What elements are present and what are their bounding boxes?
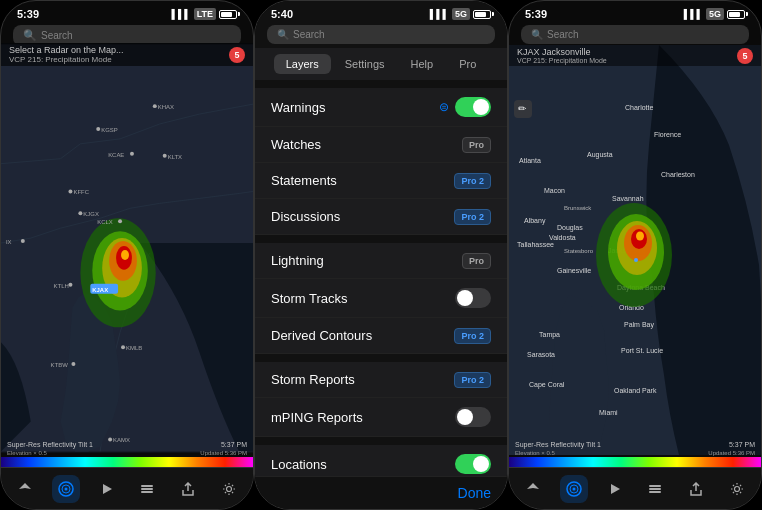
svg-point-15 (68, 189, 72, 193)
nav-layers-left[interactable] (133, 475, 161, 503)
settings-item-statements[interactable]: Statements Pro 2 (255, 163, 507, 199)
nav-gear-left[interactable] (215, 475, 243, 503)
right-radar-svg: Charlotte Florence Augusta Atlanta Charl… (509, 45, 761, 455)
svg-point-72 (636, 232, 644, 241)
lte-badge: LTE (194, 8, 216, 20)
locations-toggle[interactable] (455, 454, 491, 474)
right-vcp-label: VCP 215: Precipitation Mode (517, 57, 607, 64)
derived-contours-pro2-badge: Pro 2 (454, 328, 491, 344)
right-timestamp: 5:37 PM (729, 441, 755, 448)
svg-text:Oakland Park: Oakland Park (614, 387, 657, 394)
nav-play-left[interactable] (93, 475, 121, 503)
svg-rect-81 (649, 488, 661, 490)
svg-point-27 (121, 345, 125, 349)
nav-share-left[interactable] (174, 475, 202, 503)
svg-rect-39 (141, 491, 153, 493)
nav-layers-right[interactable] (641, 475, 669, 503)
left-status-bar: 5:39 ▌▌▌ LTE (1, 1, 253, 23)
left-phone: 5:39 ▌▌▌ LTE 🔍 Search Select a Radar on … (0, 0, 254, 510)
tab-help[interactable]: Help (399, 54, 446, 74)
settings-item-discussions[interactable]: Discussions Pro 2 (255, 199, 507, 235)
right-status-bar: 5:39 ▌▌▌ 5G (509, 1, 761, 23)
signal-icon: ▌▌▌ (172, 9, 191, 19)
settings-item-derived-contours[interactable]: Derived Contours Pro 2 (255, 318, 507, 354)
settings-item-storm-tracks[interactable]: Storm Tracks (255, 279, 507, 318)
right-map-header: KJAX Jacksonville VCP 215: Precipitation… (509, 45, 761, 66)
settings-scroll-area[interactable]: Warnings ⊜ Watches Pro Statements Pro 2 … (255, 80, 507, 476)
warnings-toggle[interactable] (455, 97, 491, 117)
svg-text:KHAX: KHAX (158, 104, 174, 110)
svg-text:KFFC: KFFC (73, 189, 89, 195)
svg-point-11 (130, 152, 134, 156)
svg-text:KJAX: KJAX (92, 287, 108, 293)
storm-reports-pro2-badge: Pro 2 (454, 372, 491, 388)
svg-rect-80 (649, 485, 661, 487)
tab-layers[interactable]: Layers (274, 54, 331, 74)
svg-marker-36 (103, 484, 112, 494)
svg-text:Gainesville: Gainesville (557, 267, 591, 274)
settings-item-locations[interactable]: Locations (255, 445, 507, 476)
svg-point-73 (634, 258, 638, 262)
svg-text:✏: ✏ (518, 103, 527, 114)
locations-label: Locations (271, 457, 327, 472)
middle-search-input[interactable]: 🔍 Search (267, 25, 495, 44)
warnings-controls: ⊜ (439, 97, 491, 117)
filter-icon[interactable]: ⊜ (439, 100, 449, 114)
left-vcp-label: VCP 215: Precipitation Mode (9, 55, 124, 64)
svg-text:Savannah: Savannah (612, 195, 644, 202)
right-search-input[interactable]: 🔍 Search (521, 25, 749, 44)
settings-item-watches[interactable]: Watches Pro (255, 127, 507, 163)
section-reports: Storm Reports Pro 2 mPING Reports (255, 362, 507, 437)
svg-text:Tallahassee: Tallahassee (517, 241, 554, 248)
settings-item-warnings[interactable]: Warnings ⊜ (255, 88, 507, 127)
right-alert-badge[interactable]: 5 (737, 48, 753, 64)
nav-location-left[interactable] (11, 475, 39, 503)
warnings-label: Warnings (271, 100, 325, 115)
settings-footer: Done (255, 476, 507, 509)
tab-pro[interactable]: Pro (447, 54, 488, 74)
search-icon-right: 🔍 (531, 29, 543, 40)
svg-text:Valdosta: Valdosta (549, 234, 576, 241)
statements-label: Statements (271, 173, 337, 188)
svg-text:Sarasota: Sarasota (527, 351, 555, 358)
right-color-scale (509, 457, 761, 467)
right-bottom-label: Super-Res Reflectivity Tilt 1 (515, 441, 601, 448)
svg-point-29 (71, 362, 75, 366)
left-alert-badge[interactable]: 5 (229, 47, 245, 63)
middle-time: 5:40 (271, 8, 293, 20)
left-radar-map[interactable]: KHAX KGSP KCAE KLTX KFFC KJGX KCLX IX KT… (1, 43, 253, 453)
right-radar-map[interactable]: Charlotte Florence Augusta Atlanta Charl… (509, 45, 761, 455)
storm-tracks-toggle[interactable] (455, 288, 491, 308)
svg-point-13 (163, 154, 167, 158)
nav-radar-left[interactable] (52, 475, 80, 503)
svg-text:KLTX: KLTX (168, 154, 182, 160)
svg-text:Tampa: Tampa (539, 331, 560, 339)
svg-text:Albany: Albany (524, 217, 546, 225)
done-button[interactable]: Done (458, 485, 491, 501)
settings-item-lightning[interactable]: Lightning Pro (255, 243, 507, 279)
right-phone: 5:39 ▌▌▌ 5G 🔍 Search KJAX Jacksonville V… (508, 0, 762, 510)
right-time: 5:39 (525, 8, 547, 20)
tab-settings[interactable]: Settings (333, 54, 397, 74)
lightning-pro-badge: Pro (462, 253, 491, 269)
radar-svg-left: KHAX KGSP KCAE KLTX KFFC KJGX KCLX IX KT… (1, 43, 253, 453)
svg-point-35 (64, 487, 67, 490)
settings-item-mping[interactable]: mPING Reports (255, 398, 507, 437)
middle-search-bar[interactable]: 🔍 Search (255, 23, 507, 48)
svg-rect-38 (141, 488, 153, 490)
left-status-icons: ▌▌▌ LTE (172, 8, 237, 20)
settings-item-storm-reports[interactable]: Storm Reports Pro 2 (255, 362, 507, 398)
svg-text:Statesboro: Statesboro (564, 248, 594, 254)
nav-location-right[interactable] (519, 475, 547, 503)
svg-point-17 (78, 211, 82, 215)
svg-text:KTLH: KTLH (54, 283, 69, 289)
svg-point-6 (121, 250, 129, 260)
battery-right (727, 10, 745, 19)
mping-label: mPING Reports (271, 410, 363, 425)
nav-gear-right[interactable] (723, 475, 751, 503)
nav-radar-right[interactable] (560, 475, 588, 503)
section-locations: Locations (255, 445, 507, 476)
mping-toggle[interactable] (455, 407, 491, 427)
nav-share-right[interactable] (682, 475, 710, 503)
nav-play-right[interactable] (601, 475, 629, 503)
